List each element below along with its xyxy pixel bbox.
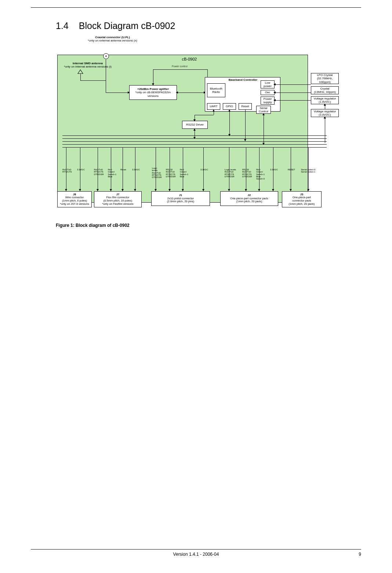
amplifier-box: +20dBm Power aplifier *only on cB-0EMSPA… <box>129 85 177 100</box>
figure-caption: Figure 1: Block diagram of cB-0902 <box>56 223 361 228</box>
j3-l3: (1mm pitch, 20 pads) <box>289 203 315 206</box>
block-diagram: Coaxial connector (U.FL) *only on extern… <box>56 36 370 216</box>
j1-box: J1 2x10 pinlist connector (2.0mm pitch, … <box>151 191 210 206</box>
j8-box: J8 Wire connector (1mm pitch, 6 poles) *… <box>57 191 92 207</box>
v30-box: Voltage regulator (3.0VDC) <box>311 109 339 117</box>
j3-sig-b: Serial-Select-0 Serial-Select-1 <box>301 168 320 173</box>
j3-sig-a: RESET <box>288 168 299 171</box>
j8-sig-b: 3.3VDC <box>77 168 87 171</box>
uart-box: UART <box>207 103 220 110</box>
section-title-text: Block Diagram cB-0902 <box>79 21 175 31</box>
board-title: cB-0902 <box>178 57 200 62</box>
j2-sig-b: RS232 RxD/TxD RTS/CTS DTR/DSR <box>242 168 255 178</box>
j7-sig-a: RxD/TxD RTS/CTS DTR/DSR <box>94 168 106 175</box>
section-heading: 1.4Block Diagram cB-0902 <box>56 21 361 31</box>
lpo-box: LPO Crystal (32.768kHz, 100ppm) <box>311 73 339 84</box>
section-number: 1.4 <box>56 21 69 31</box>
serialctrl-box: Serial Control <box>256 106 271 114</box>
reset-box: Reset <box>239 103 252 110</box>
j2-sig-a: Logic levels RxD/TxD RTS/CTS DTR/DSR <box>225 168 241 178</box>
j1-sig-c: Red Green/ Switch-1 Blue <box>180 168 191 178</box>
j7-sig-c: Reset <box>120 168 130 171</box>
amp-title: +20dBm Power aplifier <box>137 87 169 91</box>
v18-box: Voltage regulator (1.8VDC) <box>311 96 339 104</box>
power-control-label: Power control <box>172 65 188 68</box>
j1-l2: (2.0mm pitch, 20 pins) <box>167 200 194 203</box>
coax-note: *only on external antenna versions (x) <box>88 39 137 42</box>
coax-title: Coaxial connector (U.FL) <box>95 36 130 39</box>
top-rule <box>31 7 361 8</box>
j2-sig-d: 3.3VDC <box>270 168 280 171</box>
ufl-connector-icon <box>103 53 109 59</box>
bt-radio-box: Bluetooth Radio <box>207 83 225 97</box>
j7-sig-b: Red Green/ Switch-1 Blue <box>108 168 119 178</box>
amp-note2: versions <box>148 94 159 98</box>
rs232-box: RS232 Driver <box>182 121 208 129</box>
j7-l3: *only on Flexfilm versions <box>102 203 133 206</box>
smd-label: Internal SMD antenna *only on internal a… <box>60 62 115 68</box>
j1-sig-a: Logic levels RxD/TxD RTS/CTS DTR/DSR <box>152 167 164 178</box>
j8-l3: *only on JST-6 versions <box>60 203 89 206</box>
j1-sig-d: 3.3VDC <box>200 168 211 171</box>
footer-pagenum: 9 <box>359 552 361 557</box>
j2-box: J2 One-piece-part connector pads (1mm pi… <box>220 191 278 206</box>
psupply-box: Power supply <box>261 97 275 105</box>
coax-label: Coaxial connector (U.FL) *only on extern… <box>86 36 139 42</box>
footer-version: Version 1.4.1 - 2006-04 <box>31 552 361 557</box>
gpio-box: GPIO <box>223 103 236 110</box>
j2-l2: (1mm pitch, 20 pads) <box>236 200 262 203</box>
amp-note1: *only on cB-0EMSPA332i/x <box>135 91 171 94</box>
j3-box: J3 One-piece-part connector pads (1mm pi… <box>282 191 322 207</box>
j1-sig-b: RS232 RxD/TxD RTS/CTS DTR/DSR <box>166 168 178 178</box>
smd-title: Internal SMD antenna <box>73 62 103 65</box>
j2-sig-c: Red Green/ Switch-1 Blue Switch-0 <box>256 168 268 180</box>
osc-box: Osc <box>261 90 275 95</box>
page-footer: Version 1.4.1 - 2006-04 9 <box>31 549 361 557</box>
j8-sig-a: RxD/TxD RTS/CTS <box>62 168 75 173</box>
j7-box: J7 Flex film connector (0.5mm pitch, 16 … <box>94 191 142 207</box>
smd-note: *only on internal antenna versions (i) <box>64 65 112 68</box>
j7-sig-d: 3.3VDC <box>132 168 142 171</box>
crystal-box: Crystal (13MHz, 10ppm) <box>311 86 339 94</box>
lowpower-box: Low power <box>261 80 275 88</box>
